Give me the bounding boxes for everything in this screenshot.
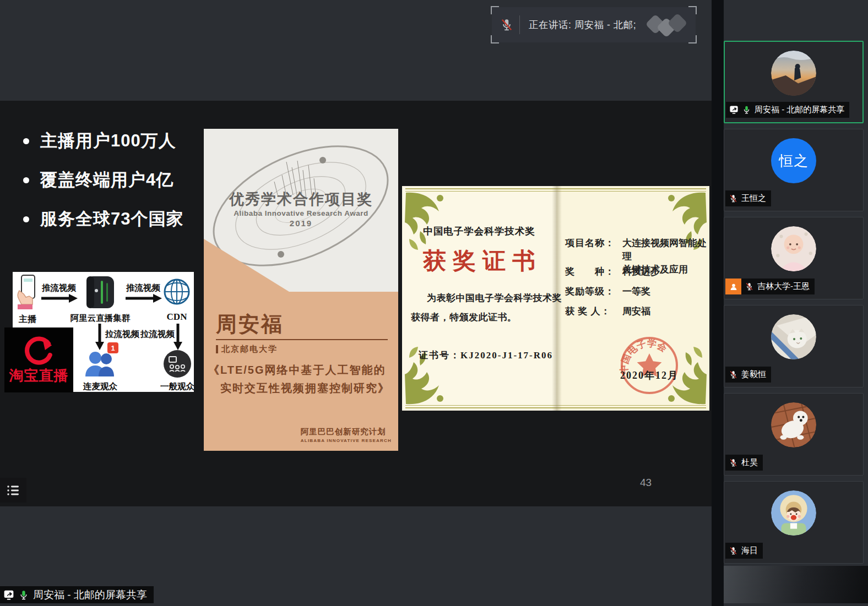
- participant-tile-wangen[interactable]: 吉林大学-王恩: [724, 217, 864, 299]
- awardee-name: 周安福: [216, 310, 284, 339]
- award-org: 阿里巴巴创新研究计划 ALIBABA INNOVATIVE RESEARCH: [301, 427, 392, 443]
- participant-tile-duhao[interactable]: 杜昊: [724, 393, 864, 476]
- sidebar-footer-gradient: [724, 566, 868, 603]
- participant-tile-jiangyiheng[interactable]: 姜毅恒: [724, 305, 864, 387]
- certificate-title: 获奖证书: [402, 245, 556, 276]
- project-title: 《LTE/5G网络中基于人工智能的 实时交互性视频拥塞控制研究》: [208, 361, 390, 397]
- avatar: [771, 490, 816, 536]
- cdn-globe-icon: [162, 276, 191, 307]
- mic-on-icon: [18, 589, 29, 600]
- app-watermark-logo: [647, 13, 688, 37]
- certificate-field: 奖 种： 科技进步: [565, 265, 660, 279]
- seal-date: 2020年12月: [608, 369, 691, 382]
- avatar: [771, 226, 816, 271]
- bullet-icon: [23, 177, 29, 183]
- certificate-body-line1: 为表彰中国电子学会科学技术奖: [427, 292, 562, 304]
- participant-name: 吉林大学-王恩: [757, 281, 810, 292]
- banner-corner: [491, 6, 499, 14]
- name-chip: 杜昊: [725, 455, 763, 471]
- participant-name: 杜昊: [741, 457, 758, 468]
- certificate-field: 获 奖 人： 周安福: [565, 305, 650, 318]
- avatar-initials: 恒之: [779, 151, 809, 171]
- muted-mic-icon: [729, 370, 738, 379]
- bullet-icon: [23, 138, 29, 144]
- project-title-line1: 《LTE/5G网络中基于人工智能的: [208, 361, 390, 379]
- award-org-en: ALIBABA INNOVATIVE RESEARCH: [301, 438, 392, 443]
- certificate-header: 中国电子学会科学技术奖: [402, 225, 556, 238]
- tile-label-row: 周安福 - 北邮的屏幕共享: [726, 102, 849, 118]
- general-audience-icon: [164, 350, 191, 378]
- slide-bullet-list: 主播用户100万人 覆盖终端用户4亿 服务全球73个国家: [23, 129, 183, 247]
- taobao-live-text: 淘宝直播: [9, 366, 69, 385]
- name-chip: 王恒之: [725, 190, 771, 206]
- screen-share-status-chip: 周安福 - 北邮的屏幕共享: [0, 586, 154, 603]
- bullet-icon: [23, 216, 29, 222]
- view-list-button[interactable]: [0, 478, 26, 503]
- awardee-affiliation: 北京邮电大学: [216, 344, 278, 354]
- viewer-count-badge: 1: [107, 342, 118, 353]
- speaking-banner-text: 正在讲话: 周安福 - 北邮;: [529, 18, 636, 31]
- streamer-phone-icon: [16, 274, 40, 313]
- award-card-top: 优秀学术合作项目奖 Alibaba Innovative Research Aw…: [204, 129, 398, 292]
- speaking-banner: 正在讲话: 周安福 - 北邮;: [492, 7, 696, 42]
- muted-mic-icon: [729, 546, 738, 555]
- pull-video-label-1: 拉流视频: [104, 329, 140, 340]
- pull-video-label-2: 拉流视频: [139, 329, 176, 340]
- banner-corner: [491, 35, 499, 43]
- taobao-live-icon: [24, 335, 54, 365]
- award-year: 2019: [204, 219, 398, 228]
- bullet-text: 主播用户100万人: [40, 129, 176, 152]
- sidebar-edge-shadow: [712, 0, 724, 606]
- banner-divider: [519, 15, 520, 34]
- shared-slide: 主播用户100万人 覆盖终端用户4亿 服务全球73个国家: [0, 101, 712, 506]
- banner-corner: [688, 6, 697, 14]
- certificate: 中国电子学会科学技术奖 获奖证书 为表彰中国电子学会科学技术奖 获得者，特颁发此…: [402, 186, 709, 411]
- screen-share-icon: [729, 105, 739, 114]
- participant-name: 姜毅恒: [741, 369, 766, 380]
- field-value: 科技进步: [622, 265, 660, 279]
- participant-tile-hairi[interactable]: 海日: [724, 481, 864, 564]
- award-title-en: Alibaba Innovative Research Award: [204, 209, 398, 217]
- award-card-bottom: 周安福 北京邮电大学 《LTE/5G网络中基于人工智能的 实时交互性视频拥塞控制…: [204, 292, 398, 451]
- list-item: 主播用户100万人: [23, 129, 183, 152]
- muted-mic-icon: [500, 18, 514, 32]
- name-chip: 姜毅恒: [725, 367, 771, 383]
- divider: [216, 339, 388, 340]
- muted-mic-icon: [729, 458, 738, 467]
- certificate-body-line2: 获得者，特颁发此证书。: [411, 311, 517, 324]
- participant-name: 海日: [741, 545, 758, 556]
- field-value-line1: 大连接视频网智能处理: [622, 238, 707, 261]
- red-seal-icon: 中国电子学会: [619, 335, 680, 396]
- push-video-label-1: 推流视频: [40, 282, 78, 294]
- affiliation-bar: [216, 345, 218, 353]
- field-value: 周安福: [622, 305, 650, 318]
- mic-viewers-label: 连麦观众: [78, 381, 123, 392]
- certificate-serial: 证书号：KJ2020-J1-17-R06: [419, 349, 553, 362]
- award-org-cn: 阿里巴巴创新研究计划: [301, 427, 392, 437]
- cdn-label: CDN: [164, 312, 190, 323]
- banner-corner: [688, 35, 697, 43]
- field-label: 获 奖 人：: [565, 305, 616, 318]
- field-value: 一等奖: [622, 285, 650, 298]
- role-badge-icon: [725, 279, 741, 294]
- participant-name: 周安福 - 北邮的屏幕共享: [755, 105, 844, 115]
- name-chip: 吉林大学-王恩: [741, 279, 815, 294]
- name-chip: 周安福 - 北邮的屏幕共享: [726, 102, 849, 118]
- mic-on-icon: [742, 105, 751, 114]
- field-label: 奖 种：: [565, 265, 616, 279]
- avatar: [771, 51, 816, 96]
- meeting-window: 正在讲话: 周安福 - 北邮; 主播用户100万人 覆盖终端用户4亿 服务全球7…: [0, 0, 868, 606]
- affiliation-text: 北京邮电大学: [221, 344, 278, 354]
- participant-name: 王恒之: [741, 193, 766, 204]
- streamer-label: 主播: [14, 314, 41, 325]
- participant-tile-zhouanfu[interactable]: 周安福 - 北邮的屏幕共享: [724, 41, 864, 123]
- name-chip: 海日: [725, 543, 763, 559]
- bullet-text: 服务全球73个国家: [40, 208, 183, 231]
- avatar: 恒之: [771, 138, 816, 183]
- field-label: 奖励等级：: [565, 285, 616, 298]
- project-title-line2: 实时交互性视频拥塞控制研究》: [220, 379, 390, 397]
- list-icon: [7, 484, 20, 496]
- screen-share-icon: [3, 589, 14, 600]
- avatar: [771, 402, 816, 447]
- participant-tile-wanghengzhi[interactable]: 恒之 王恒之: [724, 129, 864, 211]
